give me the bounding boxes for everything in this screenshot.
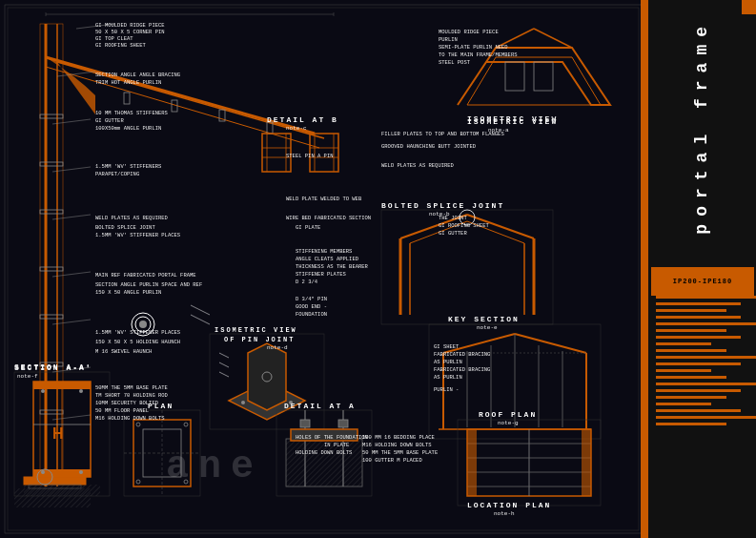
svg-text:ROOF PLAN: ROOF PLAN: [479, 410, 537, 419]
svg-text:AS PURLIN: AS PURLIN: [434, 359, 462, 365]
svg-point-56: [241, 401, 245, 404]
svg-text:GI ROOFING SHEET: GI ROOFING SHEET: [95, 42, 147, 49]
svg-text:M 16 SWIVEL HAUNCH: M 16 SWIVEL HAUNCH: [95, 348, 152, 355]
svg-point-76: [41, 389, 45, 393]
svg-text:note-e: note-e: [477, 324, 498, 331]
svg-text:WIRE BED FABRICATED SECTION: WIRE BED FABRICATED SECTION: [286, 215, 371, 221]
svg-point-79: [79, 470, 83, 474]
svg-text:AS PURLIN: AS PURLIN: [434, 374, 462, 381]
svg-text:IN PLATE: IN PLATE: [324, 442, 350, 448]
svg-text:FOUNDATION: FOUNDATION: [296, 311, 327, 318]
section-aa-title: SECTION A-A': [14, 362, 92, 371]
svg-rect-106: [582, 429, 591, 496]
svg-point-78: [41, 470, 45, 474]
svg-rect-105: [467, 429, 477, 496]
svg-text:1.5MM 'WV' STIFFENERS: 1.5MM 'WV' STIFFENERS: [95, 163, 162, 170]
svg-text:50MM THE 5MM BASE PLATE: 50MM THE 5MM BASE PLATE: [95, 384, 169, 391]
svg-text:10MM SECURITY BOLTED: 10MM SECURITY BOLTED: [95, 400, 159, 406]
svg-point-25: [139, 321, 147, 328]
svg-rect-80: [24, 485, 100, 496]
svg-text:DETAIL AT A: DETAIL AT A: [284, 402, 356, 410]
svg-text:GI GUTTER: GI GUTTER: [439, 230, 467, 237]
svg-text:TM SHORT 70 HOLDING ROD: TM SHORT 70 HOLDING ROD: [95, 392, 169, 399]
portal-frame-title: portal frame: [692, 19, 713, 235]
svg-text:STEEL POST: STEEL POST: [439, 59, 471, 66]
svg-text:100X50mm ANGLE PURLIN: 100X50mm ANGLE PURLIN: [95, 125, 161, 132]
svg-text:H: H: [52, 425, 64, 442]
svg-text:M16 HOLDING DOWN BOLTS: M16 HOLDING DOWN BOLTS: [362, 442, 432, 448]
orange-accent-strip: [641, 0, 648, 538]
svg-text:GI PLATE: GI PLATE: [296, 224, 321, 231]
svg-text:note-f: note-f: [17, 373, 38, 380]
svg-text:ANGLE CLEATS APPLIED: ANGLE CLEATS APPLIED: [296, 256, 359, 262]
corner-accent: [742, 0, 756, 14]
svg-text:KEY SECTION: KEY SECTION: [448, 315, 520, 323]
svg-text:GOOD END -: GOOD END -: [296, 303, 327, 310]
svg-text:SEMI-PLATE PURLIN NEED: SEMI-PLATE PURLIN NEED: [439, 44, 508, 51]
svg-text:50 MM THE 5MM BASE PLATE: 50 MM THE 5MM BASE PLATE: [362, 449, 439, 456]
svg-text:10 MM THOMAS STIFFENERS: 10 MM THOMAS STIFFENERS: [95, 110, 169, 116]
svg-point-77: [79, 389, 83, 393]
svg-text:THICKNESS AS THE BEARER: THICKNESS AS THE BEARER: [296, 263, 369, 270]
svg-text:SECTION ANGLE PURLIN SPACE AND: SECTION ANGLE PURLIN SPACE AND REF: [95, 281, 202, 288]
svg-text:100 GUTTER M PLACED: 100 GUTTER M PLACED: [362, 457, 422, 464]
svg-text:BOLTED SPLICE JOINT: BOLTED SPLICE JOINT: [95, 224, 155, 231]
svg-text:SECTION ANGLE ANGLE BRACING: SECTION ANGLE ANGLE BRACING: [95, 72, 180, 78]
svg-text:150 X 50 ANGLE PURLIN: 150 X 50 ANGLE PURLIN: [95, 289, 161, 296]
svg-text:note-g: note-g: [498, 420, 519, 426]
svg-text:GI GUTTER: GI GUTTER: [95, 117, 124, 124]
svg-text:MAIN REF FABRICATED PORTAL FRA: MAIN REF FABRICATED PORTAL FRAME: [95, 272, 196, 279]
svg-text:ISOMETRIC VIEW: ISOMETRIC VIEW: [215, 326, 297, 334]
svg-text:GI MOULDED RIDGE PIECE: GI MOULDED RIDGE PIECE: [95, 22, 165, 29]
svg-text:150 X 50 X 5 HOLDING HAUNCH: 150 X 50 X 5 HOLDING HAUNCH: [95, 339, 180, 345]
svg-text:GROOVED HAUNCHING BUTT JOINTED: GROOVED HAUNCHING BUTT JOINTED: [381, 143, 477, 150]
svg-text:WELD PLATE WELDED TO WEB: WELD PLATE WELDED TO WEB: [286, 196, 362, 202]
svg-text:GI SHEET: GI SHEET: [434, 343, 460, 350]
title-box-text: IP200-IPE180: [673, 278, 732, 285]
svg-text:OF PIN JOINT: OF PIN JOINT: [224, 336, 295, 343]
svg-text:note-d: note-d: [267, 344, 288, 351]
svg-text:D 2 3/4: D 2 3/4: [296, 279, 318, 285]
svg-text:note-h: note-h: [494, 510, 515, 517]
title-reference-box: IP200-IPE180: [651, 267, 754, 296]
svg-text:100 MM 16 BEDDING PLACE: 100 MM 16 BEDDING PLACE: [362, 434, 436, 441]
svg-text:note-c: note-c: [286, 125, 307, 132]
svg-text:ane: ane: [166, 445, 263, 488]
svg-text:FABRICATED BRACING: FABRICATED BRACING: [434, 351, 490, 358]
svg-text:PARAPET/COPING: PARAPET/COPING: [95, 171, 139, 177]
svg-text:M16 HOLDING DOWN BOLTS: M16 HOLDING DOWN BOLTS: [95, 415, 165, 422]
svg-text:LOCATION  PLAN: LOCATION PLAN: [467, 501, 551, 509]
svg-text:WELD PLATES AS REQUIRED: WELD PLATES AS REQUIRED: [95, 215, 169, 221]
svg-marker-54: [248, 343, 286, 410]
svg-text:STEEL PIN A PIN: STEEL PIN A PIN: [286, 153, 334, 159]
svg-text:50 X 50 X 5 CORNER PIN: 50 X 50 X 5 CORNER PIN: [95, 29, 165, 35]
isometric-view-title: ISOMETRIC VIEW: [467, 114, 558, 123]
svg-rect-96: [300, 420, 310, 427]
svg-text:PURLIN -: PURLIN -: [434, 386, 459, 393]
svg-text:DETAIL AT B: DETAIL AT B: [267, 115, 338, 124]
svg-text:GI ROOFING SHEET: GI ROOFING SHEET: [439, 222, 490, 229]
svg-text:STIFFENER PLATES: STIFFENER PLATES: [296, 271, 347, 278]
svg-text:BOLTED SPLICE JOINT: BOLTED SPLICE JOINT: [381, 201, 504, 210]
cad-drawing: H: [0, 0, 648, 538]
svg-text:GI TOP CLEAT: GI TOP CLEAT: [95, 35, 133, 42]
svg-text:PURLIN: PURLIN: [439, 36, 458, 43]
svg-text:HOLES OF THE FOUNDATION: HOLES OF THE FOUNDATION: [296, 434, 368, 441]
svg-text:WELD PLATES AS REQUIRED: WELD PLATES AS REQUIRED: [381, 162, 455, 169]
svg-text:TRIM HOT ANGLE PURLIN: TRIM HOT ANGLE PURLIN: [95, 79, 161, 86]
svg-text:FILLER PLATES TO TOP AND BOTTO: FILLER PLATES TO TOP AND BOTTOM FLANGES: [381, 131, 504, 137]
svg-rect-97: [338, 420, 348, 427]
svg-text:HOLDING DOWN BOLTS: HOLDING DOWN BOLTS: [296, 449, 353, 456]
svg-rect-73: [33, 382, 91, 389]
svg-text:THE JOINT: THE JOINT: [439, 215, 467, 221]
svg-text:MOULDED RIDGE PIECE: MOULDED RIDGE PIECE: [439, 29, 499, 35]
drawing-area: H: [0, 0, 648, 538]
svg-text:D 3/4" PIN: D 3/4" PIN: [296, 296, 327, 302]
svg-rect-7: [24, 477, 86, 485]
svg-text:FABRICATED BRACING: FABRICATED BRACING: [434, 366, 490, 373]
svg-text:TO THE MAIN FRAME/MEMBERS: TO THE MAIN FRAME/MEMBERS: [439, 52, 518, 58]
right-sidebar: portal frame IP200-IPE180: [648, 0, 756, 538]
svg-text:STIFFENING MEMBERS: STIFFENING MEMBERS: [296, 248, 353, 255]
svg-text:1.5MM 'WV' STIFFENER PLACES: 1.5MM 'WV' STIFFENER PLACES: [95, 232, 181, 238]
svg-text:50 MM FLOOR PANEL: 50 MM FLOOR PANEL: [95, 407, 149, 414]
